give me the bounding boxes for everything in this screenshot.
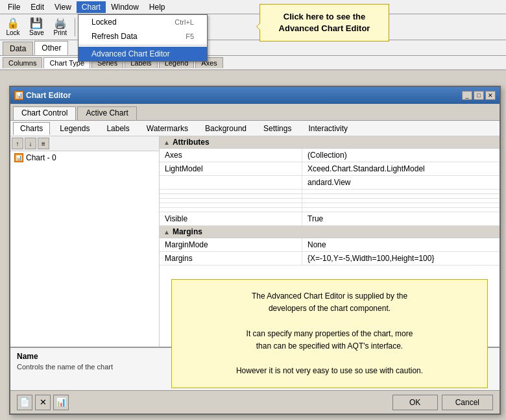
tree-chart-label: Chart - 0: [26, 153, 56, 162]
lock-button[interactable]: 🔒 Lock: [3, 16, 23, 38]
ok-button[interactable]: OK: [392, 395, 438, 410]
editor-titlebar: 📊 Chart Editor _ □ ✕: [10, 87, 500, 104]
delete-chart-button[interactable]: ✕: [35, 395, 51, 410]
editor-subtab-labels[interactable]: Labels: [99, 122, 136, 135]
editor-subtab-background[interactable]: Background: [198, 122, 254, 135]
refresh-data-shortcut: F5: [186, 32, 194, 40]
dropdown-separator: [78, 45, 207, 45]
editor-subtab-settings[interactable]: Settings: [256, 122, 298, 135]
margins-row: Margins {X=-10,Y=-5,Width=100,Height=100…: [160, 252, 500, 266]
minimize-button[interactable]: _: [462, 91, 472, 100]
editor-tab-chart-control[interactable]: Chart Control: [13, 106, 76, 120]
empty-row-4: [160, 203, 500, 208]
tab-other[interactable]: Other: [34, 41, 68, 55]
editor-subtab-legends[interactable]: Legends: [53, 122, 97, 135]
axes-row: Axes (Collection): [160, 149, 500, 162]
footer-left-buttons: 📄 ✕ 📊: [17, 395, 69, 410]
new-chart-button[interactable]: 📄: [17, 395, 32, 410]
dialog-buttons: OK Cancel: [392, 395, 493, 410]
lightmodel-value: Xceed.Chart.Standard.LightModel: [302, 162, 500, 175]
visible-value: True: [302, 212, 500, 225]
empty-row-1: [160, 190, 500, 194]
dropdown-locked[interactable]: Locked Ctrl+L: [78, 15, 207, 29]
visible-row: Visible True: [160, 212, 500, 226]
margins-collapse-icon: ▲: [163, 229, 170, 236]
visible-name: Visible: [160, 212, 302, 225]
refresh-data-label: Refresh Data: [91, 32, 138, 41]
popup-line1: The Advanced Chart Editor is supplied by…: [185, 290, 474, 303]
tree-chart-item[interactable]: 📊 Chart - 0: [10, 151, 159, 164]
tree-panel: ↑ ↓ ≡ 📊 Chart - 0: [10, 136, 160, 375]
popup-line5: However it is not very easy to use so us…: [185, 365, 474, 377]
editor-title-text: Chart Editor: [26, 91, 71, 100]
lock-icon: 🔒: [6, 18, 19, 29]
subtabs-row: Columns Chart Type Series Labels Legend …: [0, 56, 506, 70]
margins-section-header: ▲ Margins: [160, 226, 500, 238]
editor-footer: 📄 ✕ 📊 OK Cancel: [10, 390, 500, 414]
callout-tooltip: Click here to see the Advanced Chart Edi…: [259, 4, 389, 42]
extra-row: andard.View: [160, 176, 500, 190]
chart-editor-icon: 📊: [14, 91, 23, 100]
info-popup: The Advanced Chart Editor is supplied by…: [171, 279, 488, 388]
tree-filter-button[interactable]: ≡: [38, 138, 49, 149]
main-tabs: Data Other: [0, 40, 506, 56]
save-icon: 💾: [30, 18, 43, 29]
dropdown-advanced-editor[interactable]: Advanced Chart Editor: [78, 47, 207, 61]
menu-chart[interactable]: Chart: [77, 1, 106, 13]
print-button[interactable]: 🖨️ Print: [50, 16, 71, 38]
empty-row-2: [160, 194, 500, 199]
attributes-collapse-icon: ▲: [163, 139, 170, 146]
menu-file[interactable]: File: [3, 1, 25, 13]
empty-row-3: [160, 199, 500, 203]
axes-name: Axes: [160, 149, 302, 162]
tab-data[interactable]: Data: [3, 42, 33, 55]
cancel-button[interactable]: Cancel: [442, 395, 493, 410]
tree-sort-asc-button[interactable]: ↑: [12, 138, 23, 149]
titlebar-buttons: _ □ ✕: [462, 91, 496, 100]
close-button[interactable]: ✕: [485, 91, 496, 100]
locked-label: Locked: [91, 18, 117, 27]
lock-label: Lock: [6, 29, 19, 36]
advanced-editor-label: Advanced Chart Editor: [91, 49, 170, 58]
menu-edit[interactable]: Edit: [25, 1, 49, 13]
menu-view[interactable]: View: [49, 1, 77, 13]
extra-value: andard.View: [302, 176, 500, 189]
margins-value: {X=-10,Y=-5,Width=100,Height=100}: [302, 252, 500, 265]
popup-line2: developers of the chart component.: [185, 303, 474, 315]
tree-sort-desc-button[interactable]: ↓: [25, 138, 36, 149]
menu-help[interactable]: Help: [144, 1, 171, 13]
attributes-section-header: ▲ Attributes: [160, 136, 500, 149]
callout-text: Click here to see the Advanced Chart Edi…: [279, 12, 370, 33]
print-icon: 🖨️: [54, 18, 67, 29]
editor-title-area: 📊 Chart Editor: [14, 91, 71, 100]
editor-subtab-charts[interactable]: Charts: [13, 122, 50, 135]
editor-subtabs: Charts Legends Labels Watermarks Backgro…: [10, 121, 500, 136]
lightmodel-row: LightModel Xceed.Chart.Standard.LightMod…: [160, 162, 500, 176]
tree-chart-icon: 📊: [14, 153, 23, 162]
popup-line3: It can specify many properties of the ch…: [185, 328, 474, 340]
locked-shortcut: Ctrl+L: [175, 18, 194, 26]
marginmode-row: MarginMode None: [160, 238, 500, 252]
margins-header-text: Margins: [173, 227, 202, 236]
axes-value: (Collection): [302, 149, 500, 162]
menubar: File Edit View Chart Window Help: [0, 0, 506, 14]
editor-subtab-interactivity[interactable]: Interactivity: [301, 122, 355, 135]
print-label: Print: [54, 29, 67, 36]
save-button[interactable]: 💾 Save: [26, 16, 47, 38]
extra-name: [160, 176, 302, 189]
editor-tabs: Chart Control Active Chart: [10, 104, 500, 121]
editor-subtab-watermarks[interactable]: Watermarks: [139, 122, 195, 135]
editor-tab-active-chart[interactable]: Active Chart: [77, 106, 136, 120]
toolbar-separator: [75, 18, 75, 36]
maximize-button[interactable]: □: [474, 91, 484, 100]
empty-row-5: [160, 208, 500, 212]
marginmode-value: None: [302, 238, 500, 251]
chart-button[interactable]: 📊: [53, 395, 69, 410]
chart-dropdown-menu: Locked Ctrl+L Refresh Data F5 Advanced C…: [78, 14, 208, 62]
lightmodel-name: LightModel: [160, 162, 302, 175]
subtab-columns[interactable]: Columns: [3, 57, 42, 68]
dropdown-refresh-data[interactable]: Refresh Data F5: [78, 29, 207, 43]
menu-window[interactable]: Window: [106, 1, 144, 13]
tree-toolbar: ↑ ↓ ≡: [10, 136, 159, 151]
attributes-header-text: Attributes: [173, 138, 210, 147]
